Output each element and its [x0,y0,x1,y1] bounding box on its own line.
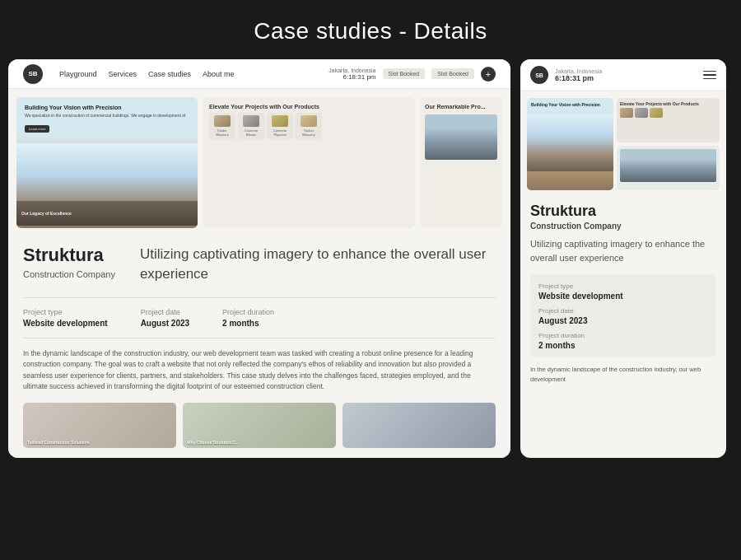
desktop-nav: SB Playground Services Case studies Abou… [8,59,510,89]
mobile-panel: SB Jakarta, Indonesia 6:18:31 pm Buildin… [520,59,726,458]
mobile-description: In the dynamic landscape of the construc… [530,365,716,385]
slot-btn-2[interactable]: Slot Booked [431,68,474,79]
hamburger-line-3 [703,78,716,80]
nav-link-about[interactable]: About me [203,70,235,78]
product-label-4: Timber Masonry [298,128,319,137]
desktop-title-right: Utilizing captivating imagery to enhance… [140,245,496,284]
hero-2-title: Elevate Your Projects with Our Products [209,104,408,110]
desktop-title-left: Struktura Construction Company [23,245,115,284]
product-box-2 [243,115,259,127]
thumb-2-label: Why Choose Struktura C... [187,440,239,445]
thumb-3-overlay [343,403,496,448]
thumb-1-label: Tailored Construction Solutions [27,440,90,445]
mobile-location-time: 6:18:31 pm [555,74,703,82]
mobile-meta-type: Project type Website development [538,282,708,301]
mobile-nav-center: Jakarta, Indonesia 6:18:31 pm [548,68,703,82]
hero-2-products: Cinder Masonry Concrete Blocks Concrete … [209,113,408,139]
mobile-meta-date-label: Project date [538,307,708,315]
product-box-4 [301,115,317,127]
hero-1-btn[interactable]: Learn more [25,125,49,133]
project-category: Construction Company [23,269,115,279]
nav-link-case-studies[interactable]: Case studies [148,70,191,78]
thumb-1-overlay: Tailored Construction Solutions [23,403,176,448]
mobile-hero-2-title: Elevate Your Projects with Our Products [620,101,716,106]
thumbnail-1: Tailored Construction Solutions [23,403,176,448]
mobile-meta-type-label: Project type [538,282,708,290]
desktop-logo: SB [23,64,43,84]
nav-link-services[interactable]: Services [109,70,137,78]
meta-project-date: Project date August 2023 [141,308,189,328]
mobile-project-category: Construction Company [530,222,716,231]
product-label-3: Concrete Plywood [269,128,291,137]
meta-duration-label: Project duration [222,308,274,316]
desktop-location-time: 6:18:31 pm [329,73,375,81]
mobile-hero-image-3 [617,146,720,190]
hamburger-line-2 [703,74,716,76]
mobile-building-image [527,114,613,171]
meta-type-value: Website development [23,319,108,328]
mini-product-3 [650,108,663,118]
mobile-nav: SB Jakarta, Indonesia 6:18:31 pm [520,59,726,91]
mobile-meta-duration: Project duration 2 months [538,332,708,350]
desktop-description: In the dynamic landscape of the construc… [23,348,496,393]
product-box-3 [272,115,288,127]
page-title: Case studies - Details [254,18,487,44]
desktop-title-section: Struktura Construction Company Utilizing… [23,245,496,284]
product-item-2: Concrete Blocks [238,113,264,139]
mobile-hero: Building Your Vision with Precision Elev… [520,91,726,194]
panels-container: SB Playground Services Case studies Abou… [8,59,733,458]
product-item-4: Timber Masonry [296,113,322,139]
mini-product-1 [620,108,633,118]
mobile-hero-image-2: Elevate Your Projects with Our Products [617,98,720,142]
mobile-project-name: Struktura [530,203,716,220]
hero-building-image: Our Legacy of Excellence [16,143,198,226]
slot-btn-1[interactable]: Slot Booked [383,68,426,79]
mobile-content: Struktura Construction Company Utilizing… [520,194,726,393]
hero-image-1: Building Your Vision with Precision We s… [16,97,198,228]
desktop-panel: SB Playground Services Case studies Abou… [8,59,510,458]
desktop-nav-links: Playground Services Case studies About m… [59,70,312,78]
thumbnail-3 [343,403,496,448]
mobile-logo: SB [530,66,548,84]
mini-product-2 [635,108,648,118]
construction-image [425,114,497,160]
desktop-location: Jakarta, Indonesia 6:18:31 pm [329,68,375,81]
desktop-nav-right: Jakarta, Indonesia 6:18:31 pm Slot Booke… [329,67,496,82]
product-item-3: Concrete Plywood [267,113,293,139]
hero-image-2: Elevate Your Projects with Our Products … [203,97,415,228]
desktop-location-city: Jakarta, Indonesia [329,68,375,73]
thumb-2-overlay: Why Choose Struktura C... [183,403,336,448]
nav-link-playground[interactable]: Playground [59,70,97,78]
project-name: Struktura [23,245,115,266]
desktop-thumbnails: Tailored Construction Solutions Why Choo… [23,403,496,448]
hero-1-sub: We specialize in the construction of com… [25,113,189,119]
desktop-content: Struktura Construction Company Utilizing… [8,233,510,458]
meta-type-label: Project type [23,308,108,316]
mobile-meta-duration-value: 2 months [538,341,708,350]
product-box-1 [214,115,231,127]
hamburger-line-1 [703,71,716,72]
mobile-meta-date: Project date August 2023 [538,307,708,325]
mobile-meta: Project type Website development Project… [530,274,716,357]
meta-project-type: Project type Website development [23,308,108,328]
hero-image-3: Our Remarkable Pro... [420,97,502,228]
hero-building-overlay: Our Legacy of Excellence [16,201,198,226]
meta-project-duration: Project duration 2 months [222,308,274,328]
mobile-meta-date-value: August 2023 [538,316,708,325]
desktop-meta: Project type Website development Project… [23,297,496,338]
mobile-project-tagline: Utilizing captivating imagery to enhance… [530,237,716,264]
mobile-construction-image [620,149,716,182]
meta-date-label: Project date [141,308,189,316]
product-label-2: Concrete Blocks [240,128,262,137]
mobile-hero-right: Elevate Your Projects with Our Products [617,98,720,190]
hero-1-title: Building Your Vision with Precision [25,104,189,111]
project-tagline: Utilizing captivating imagery to enhance… [140,245,496,284]
product-item-1: Cinder Masonry [209,113,235,139]
hamburger-menu[interactable] [703,71,716,80]
desktop-hero: Building Your Vision with Precision We s… [8,89,510,233]
meta-duration-value: 2 months [222,319,274,328]
mobile-hero-1-text: Building Your Vision with Precision [531,102,609,107]
plus-button[interactable]: + [481,67,496,82]
mobile-mini-products [620,108,716,118]
mobile-meta-duration-label: Project duration [538,332,708,339]
